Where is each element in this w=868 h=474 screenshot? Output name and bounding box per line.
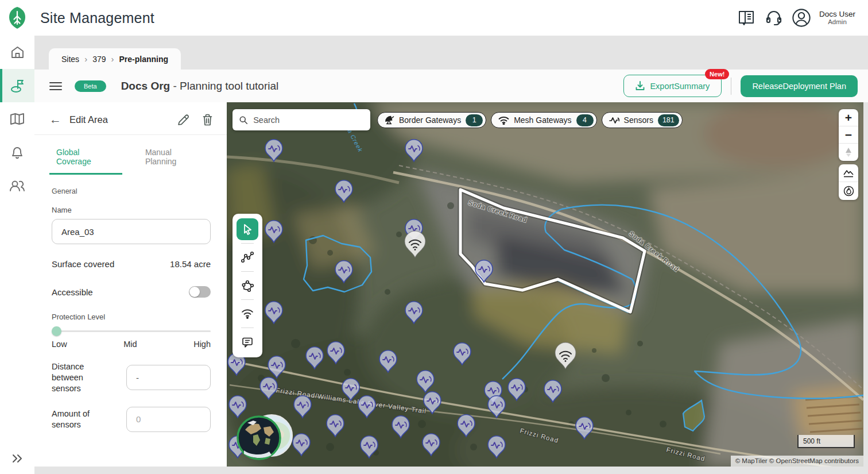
gateway-tool-button[interactable] bbox=[237, 303, 258, 325]
fire-icon bbox=[843, 186, 854, 196]
map-toolbar bbox=[232, 214, 262, 357]
sidebar-item-sites[interactable] bbox=[0, 69, 34, 102]
bell-icon bbox=[10, 145, 24, 160]
map-canvas[interactable]: Soda Creek Road Soda Creek Road Frizzi R… bbox=[227, 102, 863, 467]
plan-title-suffix: - Planning tool tutorial bbox=[170, 80, 278, 92]
map-search[interactable] bbox=[232, 109, 370, 130]
protection-high-label: High bbox=[193, 340, 211, 349]
compass-reset-button[interactable] bbox=[839, 144, 858, 161]
app-logo-leaf-icon bbox=[8, 6, 26, 29]
wifi-icon bbox=[498, 116, 509, 125]
toggle-knob bbox=[189, 287, 200, 297]
top-bar: Site Management Docs Use bbox=[0, 0, 868, 36]
chip-mesh-gateways[interactable]: Mesh Gateways 4 bbox=[491, 112, 596, 128]
protection-level-slider[interactable] bbox=[52, 326, 211, 336]
comment-icon bbox=[242, 337, 253, 348]
panel-title: Edit Area bbox=[69, 114, 108, 125]
zoom-in-button[interactable]: + bbox=[839, 109, 858, 126]
chip-border-gateways[interactable]: Border Gateways 1 bbox=[377, 112, 486, 128]
chip-label: Sensors bbox=[624, 115, 653, 125]
edit-pencil-icon[interactable] bbox=[177, 114, 189, 126]
export-summary-button[interactable]: ExportSummary New! bbox=[623, 75, 722, 97]
sidebar-item-users[interactable] bbox=[0, 169, 34, 202]
panel-tabs: Global Coverage Manual Planning bbox=[34, 140, 227, 175]
comment-tool-button[interactable] bbox=[237, 331, 258, 353]
plan-title: Docs Org - Planning tool tutorial bbox=[121, 80, 279, 93]
map-layer-controls bbox=[839, 164, 858, 200]
polyline-tool-button[interactable] bbox=[237, 246, 258, 268]
slider-track bbox=[52, 330, 211, 332]
sidebar-item-home[interactable] bbox=[0, 36, 34, 69]
wifi-tool-icon bbox=[241, 309, 254, 319]
docs-book-icon[interactable] bbox=[737, 8, 756, 28]
polygon-tool-button[interactable] bbox=[237, 275, 258, 296]
support-headset-icon[interactable] bbox=[764, 8, 784, 28]
breadcrumb[interactable]: Sites › 379 › Pre-planning bbox=[49, 48, 181, 70]
basemap-switcher[interactable] bbox=[234, 413, 296, 463]
users-icon bbox=[9, 179, 25, 192]
org-name: Docs Org bbox=[121, 80, 170, 92]
polyline-icon bbox=[241, 252, 254, 263]
search-icon bbox=[239, 115, 247, 125]
polygon-icon bbox=[241, 280, 254, 292]
user-role: Admin bbox=[819, 18, 855, 26]
chip-count-badge: 4 bbox=[576, 114, 594, 126]
left-sidebar bbox=[0, 36, 34, 474]
distance-between-sensors-label: Distance between sensors bbox=[52, 361, 109, 394]
accessible-label: Accessible bbox=[52, 287, 93, 297]
breadcrumb-site-id[interactable]: 379 bbox=[92, 55, 106, 64]
map-filter-chips: Border Gateways 1 Mesh Gateways 4 Sensor… bbox=[377, 112, 683, 128]
chip-count-badge: 181 bbox=[658, 114, 679, 126]
protection-level-label: Protection Level bbox=[52, 313, 211, 321]
sidebar-item-notifications[interactable] bbox=[0, 136, 34, 169]
chip-label: Mesh Gateways bbox=[514, 115, 571, 125]
tab-global-coverage[interactable]: Global Coverage bbox=[49, 140, 122, 175]
user-avatar-icon[interactable] bbox=[792, 8, 811, 28]
release-deployment-plan-button[interactable]: ReleaseDeployment Plan bbox=[741, 75, 858, 97]
amount-of-sensors-input[interactable] bbox=[126, 407, 211, 432]
chip-sensors[interactable]: Sensors 181 bbox=[602, 112, 683, 128]
zoom-out-button[interactable]: − bbox=[839, 126, 858, 144]
border-gateway-icon bbox=[385, 115, 394, 125]
tab-manual-planning[interactable]: Manual Planning bbox=[138, 140, 211, 175]
map-icon bbox=[10, 112, 25, 126]
expand-sidebar-button[interactable] bbox=[10, 453, 24, 466]
search-input[interactable] bbox=[253, 115, 363, 125]
download-icon bbox=[636, 81, 645, 91]
area-name-input[interactable] bbox=[52, 219, 211, 244]
back-arrow-icon[interactable]: ← bbox=[49, 113, 61, 126]
breadcrumb-row: Sites › 379 › Pre-planning bbox=[34, 36, 868, 70]
cursor-icon bbox=[242, 223, 253, 235]
map-attribution: © MapTiler © OpenStreetMap contributors bbox=[731, 456, 863, 467]
site-flag-icon bbox=[10, 78, 25, 93]
planning-map[interactable]: Soda Creek Road Soda Creek Road Frizzi R… bbox=[227, 102, 863, 467]
new-badge: New! bbox=[705, 69, 729, 79]
chip-label: Border Gateways bbox=[399, 115, 461, 125]
distance-between-sensors-input[interactable] bbox=[126, 365, 211, 390]
terrain-layer-button[interactable] bbox=[839, 164, 858, 182]
user-name: Docs User bbox=[819, 10, 855, 19]
sidebar-item-map[interactable] bbox=[0, 102, 34, 136]
main-content: Sites › 379 › Pre-planning Beta Docs Org… bbox=[34, 36, 868, 474]
protection-low-label: Low bbox=[52, 340, 67, 349]
page-title: Site Management bbox=[40, 10, 154, 26]
user-info[interactable]: Docs User Admin bbox=[819, 10, 855, 26]
button-divider bbox=[731, 78, 731, 95]
terrain-icon bbox=[843, 168, 854, 178]
accessible-toggle[interactable] bbox=[189, 286, 211, 298]
home-icon bbox=[10, 45, 25, 59]
slider-thumb[interactable] bbox=[52, 326, 61, 336]
surface-covered-label: Surface covered bbox=[52, 259, 114, 269]
beta-badge: Beta bbox=[75, 80, 106, 92]
select-tool-button[interactable] bbox=[237, 218, 258, 240]
breadcrumb-pre-planning: Pre-planning bbox=[119, 55, 168, 64]
amount-of-sensors-label: Amount of sensors bbox=[52, 409, 109, 430]
map-scale: 500 ft bbox=[797, 435, 855, 448]
map-zoom-controls: + − bbox=[839, 109, 858, 161]
fire-layer-button[interactable] bbox=[839, 182, 858, 200]
menu-hamburger-icon[interactable] bbox=[49, 82, 62, 91]
section-general-label: General bbox=[52, 187, 211, 195]
delete-trash-icon[interactable] bbox=[202, 114, 213, 126]
surface-covered-value: 18.54 acre bbox=[170, 259, 211, 269]
breadcrumb-sites[interactable]: Sites bbox=[61, 55, 79, 64]
